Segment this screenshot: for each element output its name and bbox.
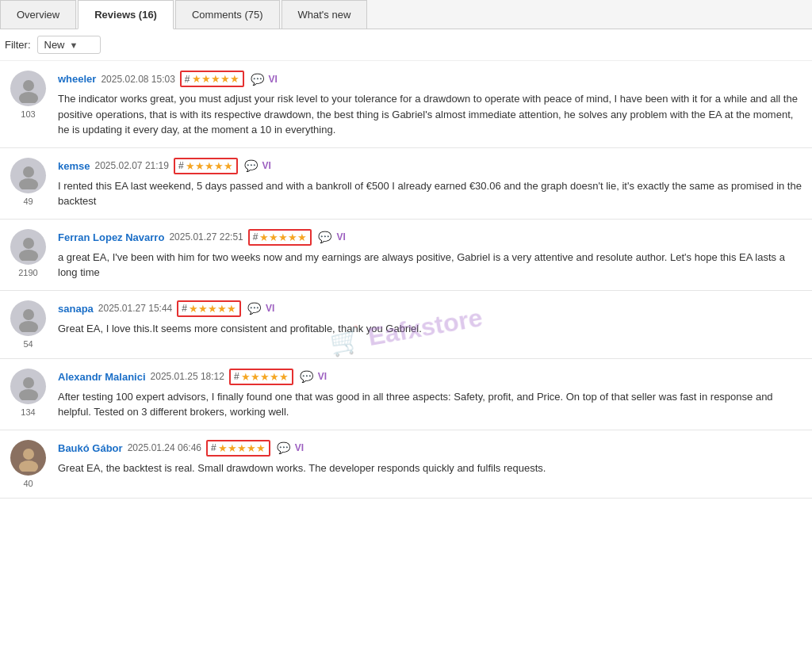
filter-value: New (44, 39, 65, 51)
stars: ★★★★★ (259, 231, 307, 243)
review-item: 2190 Ferran Lopez Navarro 2025.01.27 22:… (0, 220, 812, 291)
tab-reviews[interactable]: Reviews (16) (78, 0, 174, 29)
review-right: kemse 2025.02.07 21:19 # ★★★★★ 💬 VI I re… (58, 158, 806, 209)
stars: ★★★★★ (186, 160, 233, 172)
star-filled: ★ (195, 160, 205, 172)
star-filled: ★ (198, 303, 208, 315)
star-filled: ★ (208, 303, 217, 315)
stars: ★★★★★ (189, 303, 236, 315)
svg-point-4 (23, 238, 34, 249)
stars: ★★★★★ (192, 73, 239, 85)
rating-hash: # (253, 231, 259, 243)
rating-badge: # ★★★★★ (174, 158, 238, 174)
star-filled: ★ (270, 371, 279, 383)
review-count: 54 (23, 339, 33, 349)
rating-hash: # (178, 160, 184, 171)
review-date: 2025.01.27 22:51 (169, 231, 243, 243)
review-text: I rented this EA last weekend, 5 days pa… (58, 178, 806, 209)
review-date: 2025.01.24 06:46 (128, 442, 201, 453)
vi-badge: VI (269, 74, 278, 85)
star-filled: ★ (205, 160, 214, 172)
tab-whats-new[interactable]: What's new (282, 0, 368, 29)
tab-comments[interactable]: Comments (75) (175, 0, 280, 29)
star-filled: ★ (220, 73, 230, 85)
svg-point-6 (23, 309, 34, 320)
review-header: Ferran Lopez Navarro 2025.01.27 22:51 # … (58, 229, 806, 246)
review-count: 134 (21, 407, 35, 417)
review-text: Great EA, I love this.It seems more cons… (58, 321, 806, 337)
review-left: 49 (6, 158, 50, 206)
star-filled: ★ (279, 371, 289, 383)
star-filled: ★ (260, 371, 270, 383)
tab-overview[interactable]: Overview (0, 0, 76, 29)
vi-badge: VI (266, 303, 274, 314)
rating-hash: # (211, 442, 216, 453)
reviewer-name[interactable]: Alexandr Malanici (58, 371, 146, 383)
review-right: Ferran Lopez Navarro 2025.01.27 22:51 # … (58, 229, 806, 281)
reviews-list: 103 wheeler 2025.02.08 15:03 # ★★★★★ 💬 V… (0, 61, 812, 499)
avatar (10, 158, 46, 193)
star-filled: ★ (214, 160, 224, 172)
review-date: 2025.01.27 15:44 (98, 303, 172, 314)
vi-badge: VI (318, 371, 327, 382)
comment-icon: 💬 (247, 302, 261, 315)
rating-badge: # ★★★★★ (180, 71, 244, 87)
review-right: wheeler 2025.02.08 15:03 # ★★★★★ 💬 VI Th… (58, 71, 806, 138)
review-item: 54 sanapa 2025.01.27 15:44 # ★★★★★ 💬 VI … (0, 291, 812, 359)
review-date: 2025.02.08 15:03 (101, 74, 174, 85)
review-text: Great EA, the backtest is real. Small dr… (58, 460, 806, 476)
svg-point-3 (19, 178, 38, 189)
review-count: 40 (23, 479, 33, 488)
comment-icon: 💬 (318, 231, 331, 243)
review-date: 2025.02.07 21:19 (94, 160, 168, 171)
star-filled: ★ (228, 442, 237, 454)
review-header: Baukó Gábor 2025.01.24 06:46 # ★★★★★ 💬 V… (58, 440, 806, 457)
review-text: a great EA, I've been with him for two w… (58, 250, 806, 281)
review-left: 103 (6, 71, 50, 119)
star-filled: ★ (278, 231, 288, 243)
review-right: Alexandr Malanici 2025.01.25 18:12 # ★★★… (58, 369, 806, 420)
star-filled: ★ (259, 231, 269, 243)
reviewer-name[interactable]: Ferran Lopez Navarro (58, 231, 164, 243)
review-left: 40 (6, 440, 50, 488)
reviewer-name[interactable]: Baukó Gábor (58, 442, 123, 454)
review-header: wheeler 2025.02.08 15:03 # ★★★★★ 💬 VI (58, 71, 806, 87)
star-filled: ★ (241, 371, 251, 383)
reviewer-name[interactable]: wheeler (58, 73, 96, 85)
review-text: The indicator works great, you must adju… (58, 91, 806, 138)
review-item: 134 Alexandr Malanici 2025.01.25 18:12 #… (0, 359, 812, 430)
review-text: After testing 100 expert advisors, I fin… (58, 389, 806, 420)
review-header: kemse 2025.02.07 21:19 # ★★★★★ 💬 VI (58, 158, 806, 174)
svg-point-0 (23, 80, 34, 91)
rating-badge: # ★★★★★ (177, 300, 241, 317)
review-item: 103 wheeler 2025.02.08 15:03 # ★★★★★ 💬 V… (0, 61, 812, 148)
comment-icon: 💬 (277, 441, 290, 454)
review-header: sanapa 2025.01.27 15:44 # ★★★★★ 💬 VI (58, 300, 806, 317)
star-filled: ★ (251, 371, 260, 383)
comment-icon: 💬 (300, 370, 313, 383)
reviewer-name[interactable]: kemse (58, 160, 90, 172)
review-date: 2025.01.25 18:12 (151, 371, 224, 382)
svg-point-7 (19, 321, 38, 332)
svg-point-11 (19, 460, 38, 472)
star-filled: ★ (227, 303, 236, 315)
review-left: 54 (6, 300, 50, 349)
stars: ★★★★★ (218, 442, 266, 454)
reviewer-name[interactable]: sanapa (58, 303, 94, 315)
svg-point-8 (23, 377, 34, 388)
star-filled: ★ (186, 160, 195, 172)
review-right: sanapa 2025.01.27 15:44 # ★★★★★ 💬 VI Gre… (58, 300, 806, 337)
filter-dropdown[interactable]: New ▼ (37, 36, 101, 54)
review-header: Alexandr Malanici 2025.01.25 18:12 # ★★★… (58, 369, 806, 385)
star-filled: ★ (230, 73, 239, 85)
review-left: 134 (6, 369, 50, 417)
review-right: Baukó Gábor 2025.01.24 06:46 # ★★★★★ 💬 V… (58, 440, 806, 476)
star-filled: ★ (288, 231, 297, 243)
avatar (10, 300, 46, 336)
svg-point-9 (19, 389, 38, 400)
svg-point-10 (23, 449, 34, 460)
star-filled: ★ (256, 442, 266, 454)
star-filled: ★ (192, 73, 201, 85)
review-left: 2190 (6, 229, 50, 277)
rating-hash: # (185, 74, 190, 85)
